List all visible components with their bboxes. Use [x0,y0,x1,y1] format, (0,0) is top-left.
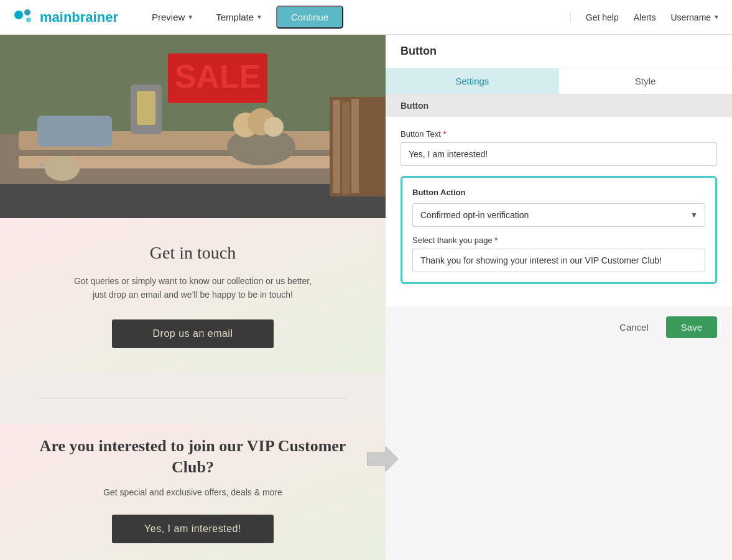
svg-rect-11 [137,91,155,125]
select-thankyou-label: Select thank you page * [412,236,705,245]
svg-text:SALE: SALE [175,58,261,94]
save-button[interactable]: Save [666,316,717,338]
button-action-select-wrapper: Confirmed opt-in verification Open URL S… [412,203,705,227]
preview-panel: SALE [0,35,386,560]
username-menu[interactable]: Username ▼ [671,12,720,22]
panel-footer: Cancel Save [386,306,732,348]
svg-rect-21 [351,99,359,193]
svg-point-0 [14,11,23,19]
svg-rect-19 [333,100,340,193]
contact-title: Get in touch [37,243,348,263]
button-action-box: Button Action Confirmed opt-in verificat… [401,176,717,284]
button-action-label: Button Action [412,188,705,197]
template-caret-icon: ▼ [256,14,262,21]
cancel-button[interactable]: Cancel [609,317,659,337]
svg-rect-20 [342,102,350,194]
tab-style[interactable]: Style [559,68,733,94]
thankyou-input[interactable] [412,249,705,272]
svg-marker-22 [367,447,398,472]
contact-email-button[interactable]: Drop us an email [112,319,274,348]
svg-point-16 [45,156,80,181]
get-help-link[interactable]: Get help [586,12,619,22]
panel-body: Button Text * Button Action Confirmed op… [386,117,732,306]
vip-title: Are you interested to join our VIP Custo… [37,436,348,478]
tab-settings[interactable]: Settings [386,68,559,94]
nav-template[interactable]: Template ▼ [207,8,271,26]
hero-image: SALE [0,35,386,218]
svg-point-2 [26,17,31,22]
logo-icon [12,6,35,29]
alerts-link[interactable]: Alerts [634,12,656,22]
preview-caret-icon: ▼ [187,14,193,21]
button-text-input[interactable] [401,142,717,166]
arrow-indicator [367,447,398,474]
section-divider [39,398,347,398]
contact-desc: Got queries or simply want to know our c… [68,274,317,302]
nav-right: Get help Alerts Username ▼ [570,12,720,22]
vip-desc: Get special and exclusive offers, deals … [37,487,348,497]
thankyou-required: * [494,236,498,245]
button-text-required: * [443,129,446,139]
nav-links: Preview ▼ Template ▼ Continue [143,6,570,29]
svg-rect-17 [0,184,386,218]
button-text-label: Button Text * [401,129,717,139]
navbar: mainbrainer Preview ▼ Template ▼ Continu… [0,0,732,35]
logo[interactable]: mainbrainer [12,6,118,29]
svg-rect-9 [37,116,112,147]
panel-tabs: Settings Style [386,68,732,94]
svg-point-1 [24,9,30,16]
logo-text: mainbrainer [40,9,118,25]
panel-header: Button [386,35,732,68]
main-layout: SALE [0,35,732,560]
vip-section: Are you interested to join our VIP Custo… [0,423,386,560]
vip-button[interactable]: Yes, I am interested! [112,515,274,543]
username-caret-icon: ▼ [713,14,720,21]
hero-svg: SALE [0,35,386,218]
svg-point-15 [264,117,284,137]
contact-section: Get in touch Got queries or simply want … [0,218,386,373]
continue-button[interactable]: Continue [276,6,343,29]
section-button-label: Button [386,94,732,117]
button-action-select[interactable]: Confirmed opt-in verification Open URL S… [412,203,705,227]
nav-preview[interactable]: Preview ▼ [143,8,202,26]
right-panel: Button Settings Style Button Button Text… [386,35,732,560]
arrow-icon [367,447,398,472]
